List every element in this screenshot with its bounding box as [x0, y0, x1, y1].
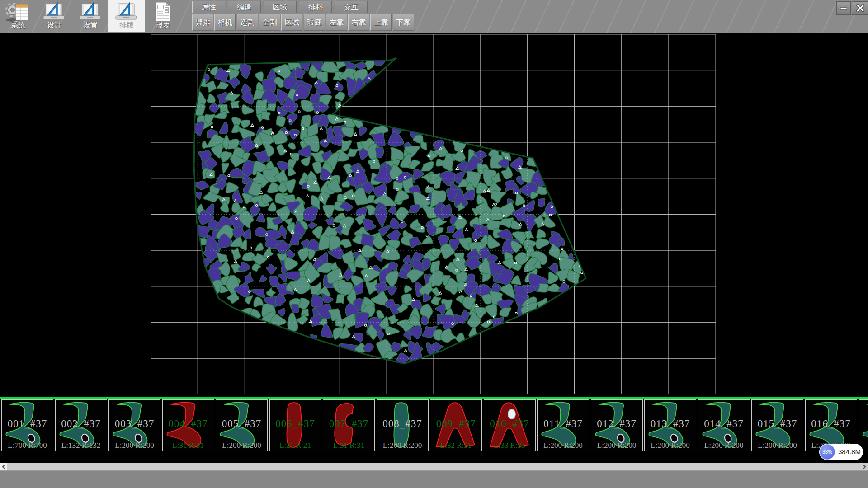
piece-name: 015_#37 [752, 418, 803, 430]
piece-thumbnail-6[interactable]: 006_#37L:21 R:21 [269, 399, 321, 451]
piece-lr-count: L:33 R:33 [484, 441, 535, 450]
app-button-label: 报表 [145, 21, 181, 30]
app-button-5[interactable]: 报表 [145, 0, 181, 32]
menu-tab-3[interactable]: 区域 [264, 1, 297, 13]
piece-lr-count: L:21 R:21 [270, 441, 321, 450]
menu-tab-1[interactable]: 属性 [192, 1, 225, 13]
piece-thumbnail-10[interactable]: 010_#37L:33 R:33 [484, 399, 536, 451]
piece-name: 002_#37 [56, 418, 107, 430]
close-button[interactable] [852, 1, 868, 15]
app-button-label: 设置 [72, 21, 108, 30]
piece-lr-count: L:132 R:132 [56, 441, 107, 450]
piece-thumbnail-7[interactable]: 007_#37L:31 R:31 [323, 399, 375, 451]
piece-name: 004_#37 [163, 418, 214, 430]
menu-tab-5[interactable]: 交互 [335, 1, 368, 13]
tool-button-6[interactable]: 瑕疵 [304, 14, 325, 31]
piece-thumbnail-15[interactable]: 015_#37L:200 R:200 [751, 399, 803, 451]
app-button-3[interactable]: 设置 [72, 0, 108, 32]
laptop-ruler-icon [108, 0, 145, 23]
nesting-canvas[interactable] [0, 33, 868, 397]
piece-thumbnail-4[interactable]: 004_#37L:31 R:31 [162, 399, 214, 451]
app-button-label: 系统 [0, 21, 36, 30]
piece-name: 011_#37 [538, 418, 589, 430]
piece-thumbnail-5[interactable]: 005_#37L:200 R:200 [216, 399, 268, 451]
tool-button-4[interactable]: 全割 [259, 14, 280, 31]
memory-value: 384.8M [838, 444, 861, 460]
piece-thumbnail-9[interactable]: 009_#37L:32 R:31 [430, 399, 482, 451]
scroll-left-button[interactable] [0, 463, 7, 470]
piece-lr-count: L:200 R:200 [538, 441, 589, 450]
piece-lr-count: L:200 R:200 [216, 441, 267, 450]
gear-table-icon [0, 0, 36, 23]
piece-name: 007_#37 [323, 418, 374, 430]
piece-name: 005_#37 [216, 418, 267, 430]
piece-name: 010_#37 [484, 418, 535, 430]
title-bar: 系统设计设置排版报表 属性编辑区域排料交互聚排相机选割全割区域瑕疵左靠右靠上靠下… [0, 0, 868, 33]
tool-button-1[interactable]: 聚排 [192, 14, 213, 31]
piece-thumbnail-2[interactable]: 002_#37L:132 R:132 [55, 399, 107, 451]
scroll-right-button[interactable] [861, 463, 868, 470]
piece-lr-count: L:700 R:700 [2, 441, 53, 450]
piece-thumbnail-11[interactable]: 011_#37L:200 R:200 [537, 399, 589, 451]
piece-thumbnail-12[interactable]: 012_#37L:200 R:200 [591, 399, 643, 451]
piece-lr-count: L:31 R:31 [163, 441, 214, 450]
piece-lr-count: L:31 R:31 [323, 441, 374, 450]
piece-name: 012_#37 [591, 418, 642, 430]
piece-lr-count: L:200 R:200 [591, 441, 642, 450]
progress-percent: 38% [822, 449, 832, 455]
tool-button-5[interactable]: 区域 [281, 14, 302, 31]
close-icon [855, 4, 865, 12]
tool-button-8[interactable]: 右靠 [348, 14, 369, 31]
horizontal-scrollbar[interactable] [0, 463, 868, 470]
piece-lr-count: L:200 R:200 [109, 441, 160, 450]
memory-badge: 38% 384.8M [819, 444, 863, 460]
laptop-ruler-icon [72, 0, 108, 23]
chevron-left-icon [1, 464, 6, 469]
tool-button-2[interactable]: 相机 [214, 14, 236, 31]
progress-circle: 38% [820, 444, 835, 460]
piece-lr-count: L:200 R:200 [752, 441, 803, 450]
app-button-label: 设计 [36, 21, 72, 30]
menu-tab-2[interactable]: 编辑 [228, 1, 261, 13]
app-button-2[interactable]: 设计 [36, 0, 72, 32]
tool-button-10[interactable]: 下靠 [393, 14, 414, 31]
minimize-button[interactable] [836, 1, 851, 15]
pieces-filmstrip: 001_#37L:700 R:700002_#37L:132 R:132003_… [0, 399, 868, 463]
piece-name: 001_#37 [2, 418, 53, 430]
piece-name: 016_#37 [806, 418, 857, 430]
piece-name: 014_#37 [698, 418, 750, 430]
report-doc-icon [145, 0, 181, 23]
piece-name: 003_#37 [109, 418, 160, 430]
piece-lr-count: L:200 R:200 [377, 441, 428, 450]
laptop-ruler-icon [36, 0, 72, 23]
piece-name: 009_#37 [430, 418, 481, 430]
app-button-1[interactable]: 系统 [0, 0, 36, 32]
piece-thumbnail-1[interactable]: 001_#37L:700 R:700 [1, 399, 53, 451]
piece-lr-count: L:200 R:200 [645, 441, 696, 450]
app-button-4[interactable]: 排版 [108, 0, 145, 32]
piece-lr-count: L:200 R:200 [698, 441, 750, 450]
piece-thumbnail-8[interactable]: 008_#37L:200 R:200 [377, 399, 429, 451]
piece-name: 006_#37 [270, 418, 321, 430]
piece-thumbnail-14[interactable]: 014_#37L:200 R:200 [698, 399, 750, 451]
piece-thumbnail-3[interactable]: 003_#37L:200 R:200 [108, 399, 160, 451]
tool-button-9[interactable]: 上靠 [370, 14, 392, 31]
piece-name: 0 [859, 418, 868, 430]
piece-name: 013_#37 [645, 418, 696, 430]
minimize-icon [840, 5, 848, 11]
piece-lr-count: L:32 R:31 [430, 441, 481, 450]
menu-tab-4[interactable]: 排料 [299, 1, 332, 13]
hide-nesting-view [151, 34, 716, 394]
piece-name: 008_#37 [377, 418, 428, 430]
tool-button-3[interactable]: 选割 [237, 14, 258, 31]
status-bar [0, 470, 868, 488]
app-button-label: 排版 [108, 21, 145, 30]
piece-thumbnail-13[interactable]: 013_#37L:200 R:200 [644, 399, 696, 451]
chevron-right-icon [862, 464, 867, 469]
tool-button-7[interactable]: 左靠 [326, 14, 347, 31]
